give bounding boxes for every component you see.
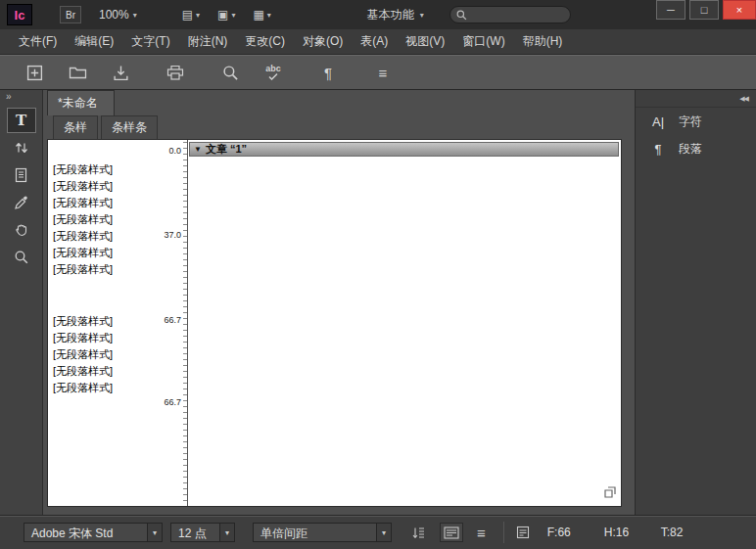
galley-info-toggle[interactable] xyxy=(440,523,463,542)
menu-item[interactable]: 附注(N) xyxy=(179,29,237,54)
menu-item[interactable]: 文字(T) xyxy=(122,29,178,54)
note-tool[interactable] xyxy=(7,162,36,188)
menu-item[interactable]: 文件(F) xyxy=(10,29,66,54)
find-icon[interactable] xyxy=(219,62,241,83)
menu-item[interactable]: 表(A) xyxy=(352,29,397,54)
copyfit-stat: T:82 xyxy=(661,526,718,539)
new-document-icon[interactable] xyxy=(24,62,45,83)
title-bar: Ic Br 100% ▾ ▤ ▾ ▣ ▾ ▦ ▾ 基本功能 ▾ xyxy=(0,0,756,29)
paragraph-style-label: [无段落样式] xyxy=(53,178,158,195)
application-toolbar: abc ¶ ≡ xyxy=(0,55,756,90)
depth-ruler: 0.0 37.0 66.7 66.7 xyxy=(158,140,187,506)
workspace-switcher[interactable]: 基本功能 ▾ xyxy=(359,4,432,26)
chevron-down-icon: ▾ xyxy=(196,11,200,20)
menu-item[interactable]: 更改(C) xyxy=(236,29,294,54)
ruler-value: 0.0 xyxy=(168,146,181,156)
zoom-value: 100% xyxy=(99,8,129,22)
chevron-down-icon: ▾ xyxy=(267,11,271,20)
search-input[interactable] xyxy=(471,9,559,21)
spellcheck-icon[interactable]: abc xyxy=(262,62,284,83)
copyfit-stat: F:66 xyxy=(547,526,604,539)
line-spacing-value: 单倍间距 xyxy=(254,524,376,541)
menu-item[interactable]: 编辑(E) xyxy=(66,29,122,54)
collapse-story-icon[interactable]: ▼ xyxy=(194,145,202,154)
view-grid-icon: ▦ xyxy=(253,8,263,22)
maximize-button[interactable]: □ xyxy=(689,0,719,20)
expand-tools-icon[interactable]: » xyxy=(0,90,42,106)
story-title: 文章 “1” xyxy=(206,142,247,157)
eyedropper-tool[interactable] xyxy=(7,190,36,215)
font-family-value: Adobe 宋体 Std xyxy=(24,524,147,541)
zoom-tool[interactable] xyxy=(7,245,36,270)
statusbar-menu-icon[interactable]: ≡ xyxy=(477,525,486,541)
paragraph-style-label: [无段落样式] xyxy=(53,330,158,346)
panel-button[interactable]: A| 字符 xyxy=(636,108,756,135)
close-button[interactable]: × xyxy=(723,0,756,20)
show-hidden-characters-icon[interactable]: ¶ xyxy=(317,62,339,83)
view-tab[interactable]: 条样条 xyxy=(101,115,158,139)
hand-tool[interactable] xyxy=(7,217,36,243)
chevron-down-icon: ▾ xyxy=(219,524,234,541)
paragraph-style-label: [无段落样式] xyxy=(53,313,158,330)
direction-tool[interactable] xyxy=(7,135,36,160)
print-icon[interactable] xyxy=(165,62,186,83)
paragraph-style-label: [无段落样式] xyxy=(53,245,158,261)
paragraph-style-label: [无段落样式] xyxy=(53,195,158,211)
chevron-down-icon: ▾ xyxy=(420,11,424,20)
divider xyxy=(503,522,504,543)
chevron-down-icon: ▾ xyxy=(147,524,162,541)
bridge-button[interactable]: Br xyxy=(60,6,81,23)
story-header[interactable]: ▼ 文章 “1” xyxy=(189,142,619,157)
font-family-dropdown[interactable]: Adobe 宋体 Std ▾ xyxy=(24,523,163,542)
status-bar: Adobe 宋体 Std ▾ 12 点 ▾ 单倍间距 ▾ ≡ F:66H:16T… xyxy=(0,515,756,549)
copyfit-icon xyxy=(516,526,530,539)
paragraph-style-label: [无段落样式] xyxy=(53,228,158,245)
menu-item[interactable]: 帮助(H) xyxy=(514,29,572,54)
view-options-dropdown-3[interactable]: ▦ ▾ xyxy=(253,8,270,22)
copyfit-stat: H:16 xyxy=(604,526,661,539)
incopy-window: Ic Br 100% ▾ ▤ ▾ ▣ ▾ ▦ ▾ 基本功能 ▾ xyxy=(0,0,756,549)
line-spacing-dropdown[interactable]: 单倍间距 ▾ xyxy=(253,523,392,542)
panel-dock: ◀◀ A| 字符 ¶ 段落 xyxy=(635,90,756,515)
type-tool[interactable]: T xyxy=(7,108,36,133)
menu-item[interactable]: 对象(O) xyxy=(294,29,352,54)
view-options-dropdown-2[interactable]: ▣ ▾ xyxy=(217,8,235,22)
toolbar-menu-icon[interactable]: ≡ xyxy=(372,62,394,83)
view-frame-icon: ▣ xyxy=(217,8,228,22)
galley-editor[interactable]: [无段落样式][无段落样式][无段落样式][无段落样式][无段落样式][无段落样… xyxy=(47,139,622,507)
collapse-panel-icon[interactable]: ◀◀ xyxy=(636,90,756,108)
panel-label: 段落 xyxy=(679,141,702,158)
incopy-logo: Ic xyxy=(7,4,32,25)
panel-label: 字符 xyxy=(679,114,702,130)
paragraph-style-label: [无段落样式] xyxy=(53,346,158,363)
story-text-area[interactable]: ▼ 文章 “1” xyxy=(187,140,621,506)
panel-button[interactable]: ¶ 段落 xyxy=(636,135,756,162)
copyfit-info: F:66H:16T:82 xyxy=(516,526,718,539)
save-icon[interactable] xyxy=(110,62,131,83)
document-tab[interactable]: *未命名 xyxy=(47,90,115,115)
paragraph-style-label: [无段落样式] xyxy=(53,161,158,178)
zoom-level-dropdown[interactable]: 100% ▾ xyxy=(93,6,143,23)
minimize-button[interactable]: ─ xyxy=(656,0,685,20)
menu-item[interactable]: 窗口(W) xyxy=(453,29,513,54)
view-tab[interactable]: 条样 xyxy=(53,115,98,139)
panel-icon: A| xyxy=(649,114,667,129)
paragraph-style-label: [无段落样式] xyxy=(53,380,158,396)
font-size-dropdown[interactable]: 12 点 ▾ xyxy=(170,523,235,542)
document-tab-bar: *未命名 xyxy=(43,90,635,115)
view-options-dropdown-1[interactable]: ▤ ▾ xyxy=(182,8,200,22)
panel-icon: ¶ xyxy=(649,142,667,157)
font-size-value: 12 点 xyxy=(171,524,219,541)
open-folder-icon[interactable] xyxy=(67,62,88,83)
tools-panel: » T xyxy=(0,90,43,515)
menu-bar: 文件(F)编辑(E)文字(T)附注(N)更改(C)对象(O)表(A)视图(V)窗… xyxy=(0,29,756,55)
menu-item[interactable]: 视图(V) xyxy=(397,29,453,54)
line-order-icon[interactable] xyxy=(411,526,426,540)
corner-page-icon[interactable] xyxy=(603,485,617,502)
document-area: *未命名 条样条样条 [无段落样式][无段落样式][无段落样式][无段落样式][… xyxy=(43,90,635,515)
ruler-value: 37.0 xyxy=(164,230,181,240)
chevron-down-icon: ▾ xyxy=(133,11,137,20)
paragraph-style-label: [无段落样式] xyxy=(53,363,158,380)
view-list-icon: ▤ xyxy=(182,8,193,22)
search-box[interactable] xyxy=(449,6,571,23)
